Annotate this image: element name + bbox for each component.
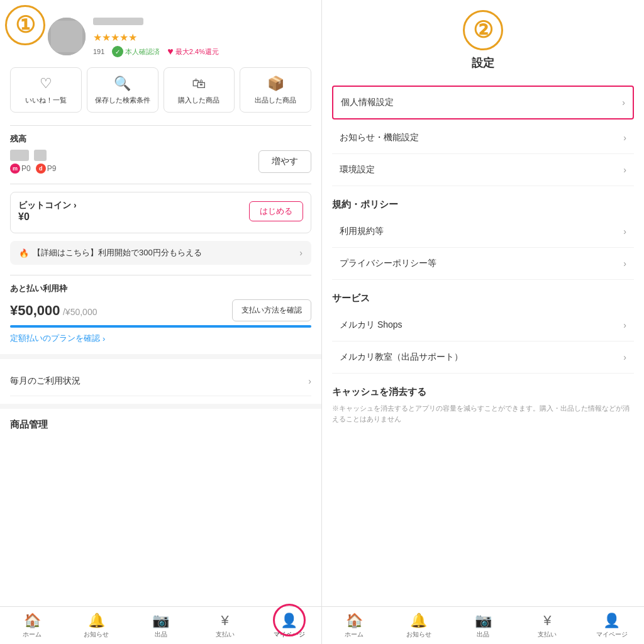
heart-icon: ♥ [167, 46, 174, 57]
cache-desc: ※キャッシュを消去するとアプリの容量を減らすことができます。購入・出品した情報な… [332, 403, 634, 424]
yen-icon-left: ¥ [221, 613, 229, 629]
notification-settings-item[interactable]: お知らせ・機能設定 › [332, 122, 634, 154]
heart-icon: ♡ [40, 75, 52, 92]
point-m-badge: m P0 [10, 164, 31, 174]
payment-section-label: あと払い利用枠 [10, 283, 311, 294]
profile-section: ★ ★ ★ ★ ★ 191 ✓ 本人確認済 ♥ [10, 18, 311, 57]
person-icon-right: 👤 [603, 613, 620, 629]
cashback-badge: ♥ 最大2.4%還元 [167, 46, 219, 57]
nav-notifications-left[interactable]: 🔔 お知らせ [64, 609, 128, 643]
mercari-shops-item[interactable]: メルカリ Shops › [332, 309, 634, 341]
listed-button[interactable]: 📦 出品した商品 [240, 67, 311, 113]
bitcoin-section: ビットコイン › ¥0 はじめる [10, 192, 311, 233]
product-mgmt-header: 商品管理 [10, 419, 311, 431]
purchased-button[interactable]: 🛍 購入した商品 [164, 67, 235, 113]
promo-chevron: › [299, 248, 303, 258]
personal-info-chevron: › [622, 97, 625, 108]
mercari-classroom-item[interactable]: メルカリ教室（出品サポート） › [332, 341, 634, 374]
search-icon: 🔍 [114, 75, 131, 92]
settings-group-2: 規約・ポリシー 利用規約等 › プライバシーポリシー等 › [332, 199, 634, 280]
mercari-classroom-chevron: › [623, 352, 626, 362]
nav-notifications-right[interactable]: 🔔 お知らせ [386, 609, 450, 643]
divider-full-2 [0, 404, 321, 409]
profile-stars: ★ ★ ★ ★ ★ [93, 31, 311, 43]
star-5: ★ [128, 31, 137, 43]
sell-label-left: 出品 [155, 630, 167, 639]
divider-2 [10, 184, 311, 184]
step-badge-1: ① [5, 5, 45, 45]
balance-section: 残高 m P0 d [10, 133, 311, 174]
home-icon-right: 🏠 [346, 613, 363, 629]
nav-home-right[interactable]: 🏠 ホーム [322, 609, 386, 643]
nav-home-left[interactable]: 🏠 ホーム [0, 609, 64, 643]
point-m-icon: m [10, 164, 20, 174]
profile-info: ★ ★ ★ ★ ★ 191 ✓ 本人確認済 ♥ [93, 18, 311, 57]
fixed-plan-link[interactable]: 定額払いのプランを確認 › [10, 333, 311, 344]
policy-section-title: 規約・ポリシー [332, 199, 634, 211]
left-panel: ① ★ ★ [0, 0, 322, 644]
notifications-label-left: お知らせ [84, 630, 109, 639]
step-badge-2: ② [463, 10, 503, 50]
payment-limit: /¥50,000 [63, 307, 97, 317]
environment-settings-item[interactable]: 環境設定 › [332, 154, 634, 186]
terms-label: 利用規約等 [340, 226, 384, 237]
home-label-right: ホーム [345, 630, 364, 639]
likes-label: いいね！一覧 [25, 96, 67, 104]
divider-1 [10, 125, 311, 126]
point-d-icon: d [36, 164, 46, 174]
camera-icon-left: 📷 [152, 613, 169, 629]
notification-settings-label: お知らせ・機能設定 [340, 132, 419, 143]
divider-full-1 [0, 354, 321, 359]
bitcoin-start-button[interactable]: はじめる [249, 201, 303, 221]
personal-info-label: 個人情報設定 [341, 97, 394, 108]
nav-payment-left[interactable]: ¥ 支払い [193, 609, 257, 643]
privacy-chevron: › [623, 258, 626, 269]
star-1: ★ [93, 31, 102, 43]
purchased-label: 購入した商品 [178, 96, 219, 104]
point-d-badge: d P9 [36, 164, 57, 174]
progress-bar [10, 325, 311, 328]
point-d-value: P9 [47, 164, 57, 173]
balance-blur-1 [10, 150, 29, 161]
balance-main [10, 150, 56, 161]
points-row: m P0 d P9 [10, 164, 56, 174]
right-badge-container: ② 設定 [332, 10, 634, 80]
settings-group-3: サービス メルカリ Shops › メルカリ教室（出品サポート） › [332, 292, 634, 374]
environment-settings-label: 環境設定 [340, 164, 375, 175]
link-chevron: › [103, 334, 105, 343]
payment-row: ¥50,000 /¥50,000 支払い方法を確認 [10, 299, 311, 321]
bitcoin-header: ビットコイン › ¥0 はじめる [18, 200, 303, 223]
payment-confirm-button[interactable]: 支払い方法を確認 [232, 299, 311, 321]
nav-mypage-left[interactable]: 👤 マイページ [257, 609, 321, 643]
main-container: ① ★ ★ [0, 0, 644, 644]
nav-mypage-right[interactable]: 👤 マイページ [580, 609, 644, 643]
mercari-classroom-label: メルカリ教室（出品サポート） [340, 352, 463, 363]
notifications-label-right: お知らせ [406, 630, 431, 639]
payment-section: あと払い利用枠 ¥50,000 /¥50,000 支払い方法を確認 定額払いのプ… [10, 283, 311, 344]
nav-payment-right[interactable]: ¥ 支払い [515, 609, 579, 643]
personal-info-item[interactable]: 個人情報設定 › [332, 86, 634, 119]
settings-title: 設定 [472, 55, 494, 70]
mypage-ring [273, 604, 306, 636]
progress-fill [10, 325, 311, 328]
likes-button[interactable]: ♡ いいね！一覧 [10, 67, 82, 113]
divider-3 [10, 275, 311, 275]
promo-banner[interactable]: 🔥 【詳細はこちら】利用開始で300円分もらえる › [10, 241, 311, 265]
left-content: ★ ★ ★ ★ ★ 191 ✓ 本人確認済 ♥ [0, 0, 321, 606]
star-2: ★ [102, 31, 111, 43]
saved-search-button[interactable]: 🔍 保存した検索条件 [87, 67, 158, 113]
monthly-chevron: › [308, 376, 311, 386]
bitcoin-price: ¥0 [18, 211, 77, 223]
privacy-label: プライバシーポリシー等 [340, 258, 436, 269]
monthly-usage-item[interactable]: 毎月のご利用状況 › [10, 367, 311, 396]
nav-sell-left[interactable]: 📷 出品 [128, 609, 192, 643]
review-count: 191 [93, 48, 104, 55]
cache-section: キャッシュを消去する ※キャッシュを消去するとアプリの容量を減らすことができます… [332, 386, 634, 424]
terms-item[interactable]: 利用規約等 › [332, 216, 634, 248]
nav-sell-right[interactable]: 📷 出品 [451, 609, 515, 643]
mercari-shops-label: メルカリ Shops [340, 319, 402, 331]
increase-button[interactable]: 増やす [258, 150, 311, 173]
right-panel: ② 設定 個人情報設定 › お知らせ・機能設定 › 環境設定 › [322, 0, 644, 644]
balance-blur-2 [34, 150, 47, 161]
privacy-item[interactable]: プライバシーポリシー等 › [332, 248, 634, 280]
